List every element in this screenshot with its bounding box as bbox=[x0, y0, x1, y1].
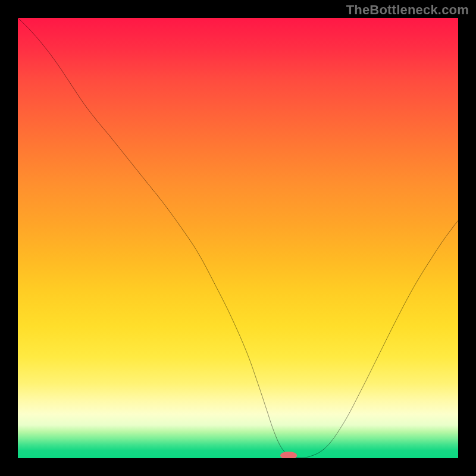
min-marker bbox=[280, 452, 297, 458]
plot-svg bbox=[18, 18, 458, 458]
watermark-text: TheBottleneck.com bbox=[346, 2, 469, 18]
chart-frame: TheBottleneck.com bbox=[0, 0, 476, 476]
bottleneck-curve bbox=[18, 18, 458, 458]
